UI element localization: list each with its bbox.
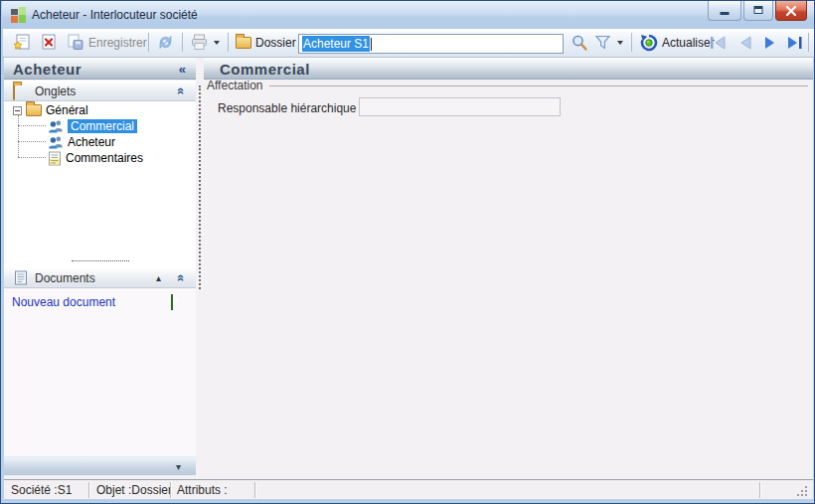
print-button[interactable] bbox=[187, 31, 212, 54]
restore-icon bbox=[754, 6, 763, 14]
printer-icon bbox=[190, 34, 209, 51]
chevron-down-icon bbox=[617, 41, 623, 45]
dossier-label: Dossier bbox=[255, 36, 296, 50]
chevron-down-icon bbox=[214, 41, 220, 45]
responsable-input[interactable] bbox=[359, 97, 561, 116]
splitter-dots-icon bbox=[72, 260, 129, 261]
minimize-button[interactable] bbox=[708, 1, 741, 21]
sidebar-header: Acheteur « bbox=[4, 58, 196, 80]
nav-previous-icon bbox=[737, 36, 752, 50]
sidebar-collapse-button[interactable]: « bbox=[179, 63, 186, 76]
tree-node-general[interactable]: Général bbox=[13, 102, 88, 118]
nav-previous-button[interactable] bbox=[734, 31, 755, 54]
minimize-icon bbox=[721, 12, 730, 15]
new-document-link[interactable]: Nouveau document bbox=[12, 295, 115, 309]
tree-connector bbox=[18, 157, 46, 158]
note-icon bbox=[48, 151, 62, 166]
status-attributs: Attributs : bbox=[177, 483, 228, 497]
tree-item-label: Commentaires bbox=[66, 151, 143, 165]
documents-label: Documents bbox=[35, 271, 95, 285]
tree-connector bbox=[18, 141, 46, 142]
tree-node-label: Général bbox=[46, 103, 88, 117]
status-objet: Objet :Dossier bbox=[96, 483, 172, 497]
add-document-button[interactable] bbox=[171, 294, 173, 310]
documents-icon bbox=[14, 270, 28, 285]
dossier-button[interactable]: Dossier bbox=[233, 31, 299, 54]
people-icon bbox=[48, 134, 64, 150]
sidebar-bottom-bar[interactable]: ▾ bbox=[4, 456, 196, 475]
status-separator bbox=[254, 482, 255, 498]
responsable-label: Responsable hiérarchique : bbox=[218, 101, 363, 115]
collapse-node-icon[interactable] bbox=[13, 106, 22, 115]
nav-next-button[interactable] bbox=[760, 31, 781, 54]
new-record-icon bbox=[12, 34, 32, 52]
toolbar-separator bbox=[631, 33, 632, 52]
status-separator bbox=[88, 482, 89, 498]
filter-button[interactable] bbox=[591, 31, 614, 54]
folder-icon bbox=[13, 85, 15, 99]
resize-grip[interactable] bbox=[793, 484, 809, 498]
panel-header-documents[interactable]: Documents ▴ « bbox=[4, 266, 196, 288]
people-icon bbox=[48, 118, 64, 134]
onglets-tree: Général Commercial Acheteur bbox=[4, 101, 196, 256]
window-title: Acheteur - Interlocuteur société bbox=[32, 8, 198, 22]
nav-last-icon bbox=[787, 36, 804, 50]
group-label: Affectation bbox=[207, 79, 262, 92]
panel-header-onglets[interactable]: Onglets « bbox=[4, 81, 196, 101]
sidebar-splitter[interactable] bbox=[199, 85, 201, 289]
refresh-icon bbox=[156, 34, 175, 51]
scroll-up-button[interactable]: ▴ bbox=[156, 273, 161, 283]
actualiser-icon bbox=[640, 34, 658, 52]
main-header: Commercial bbox=[204, 58, 813, 80]
panel-splitter[interactable] bbox=[4, 256, 196, 266]
search-button[interactable] bbox=[568, 31, 592, 54]
folder-icon bbox=[236, 37, 251, 49]
collapse-panel-button[interactable]: « bbox=[175, 274, 188, 281]
toolbar-separator bbox=[182, 33, 183, 52]
nav-next-icon bbox=[763, 36, 778, 50]
tree-item-commentaires[interactable]: Commentaires bbox=[48, 150, 143, 166]
toolbar-separator bbox=[228, 33, 229, 52]
nav-first-button[interactable] bbox=[707, 31, 730, 54]
title-bar[interactable]: Acheteur - Interlocuteur société bbox=[2, 1, 815, 29]
tree-connector bbox=[18, 115, 19, 157]
toolbar-separator bbox=[808, 33, 809, 52]
filter-funnel-icon bbox=[594, 35, 611, 51]
collapse-panel-button[interactable]: « bbox=[175, 87, 188, 94]
close-button[interactable] bbox=[775, 1, 807, 21]
main-toolbar: Enregistrer Dossier Acheteur S1 bbox=[3, 29, 814, 58]
expand-down-button[interactable]: ▾ bbox=[176, 462, 181, 472]
filter-dropdown-button[interactable] bbox=[614, 31, 626, 54]
restore-button[interactable] bbox=[743, 1, 773, 21]
status-separator bbox=[170, 482, 171, 498]
save-icon bbox=[66, 34, 84, 51]
onglets-label: Onglets bbox=[35, 84, 76, 98]
tree-item-label: Acheteur bbox=[68, 135, 115, 149]
close-icon bbox=[776, 2, 806, 20]
save-button[interactable]: Enregistrer bbox=[63, 31, 150, 54]
delete-button[interactable] bbox=[36, 31, 62, 54]
tree-item-acheteur[interactable]: Acheteur bbox=[48, 134, 115, 150]
folder-icon bbox=[26, 104, 42, 116]
refresh-data-button[interactable]: Actualiser bbox=[637, 31, 718, 54]
page-title: Commercial bbox=[220, 61, 310, 78]
search-input-value: Acheteur S1 bbox=[302, 36, 370, 52]
tree-item-label: Commercial bbox=[68, 119, 137, 133]
tree-connector bbox=[18, 125, 46, 126]
app-logo-icon bbox=[11, 7, 27, 23]
documents-panel: Nouveau document bbox=[4, 288, 196, 456]
print-dropdown-button[interactable] bbox=[211, 31, 223, 54]
delete-icon bbox=[39, 34, 59, 52]
status-bar: Société :S1 Objet :Dossier Attributs : bbox=[4, 479, 813, 499]
save-label: Enregistrer bbox=[88, 36, 147, 50]
new-button[interactable] bbox=[9, 31, 35, 54]
tree-item-commercial[interactable]: Commercial bbox=[48, 118, 137, 134]
toolbar-separator bbox=[148, 33, 149, 52]
refresh-button[interactable] bbox=[153, 31, 178, 54]
search-input[interactable]: Acheteur S1 bbox=[298, 34, 564, 54]
status-societe: Société :S1 bbox=[11, 483, 72, 497]
sidebar-title: Acheteur bbox=[13, 61, 82, 78]
groupbox-line bbox=[269, 85, 808, 86]
nav-last-button[interactable] bbox=[784, 31, 807, 54]
nav-first-icon bbox=[710, 36, 727, 50]
